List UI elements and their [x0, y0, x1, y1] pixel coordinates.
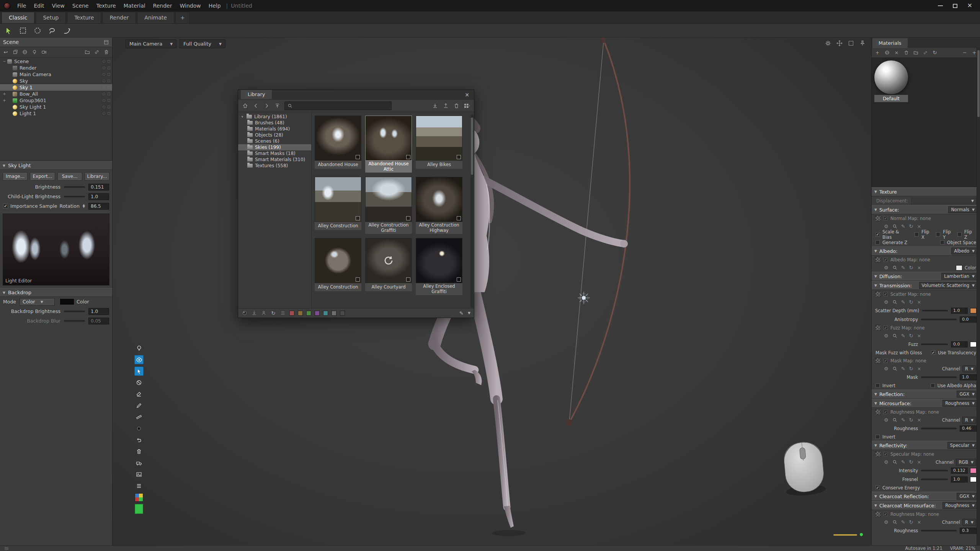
refresh-icon[interactable]: ↻ [270, 310, 276, 316]
minimize-button[interactable] [938, 5, 943, 6]
search-input[interactable] [284, 101, 392, 110]
row-lock-icon[interactable] [108, 99, 110, 102]
backdrop-color-swatch[interactable] [60, 299, 74, 305]
menu-edit[interactable]: Edit [30, 2, 48, 10]
material-name-label[interactable]: Default [874, 95, 908, 102]
marquee-ellipse-tool-icon[interactable] [33, 26, 42, 35]
trash-icon[interactable] [103, 49, 109, 55]
clear-icon[interactable]: × [917, 299, 921, 305]
row-lock-icon[interactable] [108, 112, 110, 115]
tree-row-bow-all[interactable]: + Bow_All [0, 91, 112, 97]
menu-material[interactable]: Material [120, 2, 149, 10]
material-preview-sphere[interactable] [874, 60, 908, 94]
row-lock-icon[interactable] [108, 86, 110, 89]
library-scrollbar[interactable] [470, 114, 474, 308]
search-icon[interactable] [892, 520, 897, 525]
refresh-icon[interactable]: ↻ [909, 519, 913, 525]
flip-y-checkbox[interactable] [936, 232, 940, 236]
tag-swatch-gray[interactable] [332, 311, 336, 316]
thumbnail-checkbox[interactable] [457, 155, 461, 159]
conserve-energy-checkbox[interactable]: ✓ [875, 486, 880, 490]
row-visibility-icon[interactable] [103, 112, 105, 115]
thumbnail-checkbox[interactable] [457, 277, 461, 282]
gear-icon[interactable]: ⚙ [884, 519, 889, 525]
material-library-area[interactable]: Default [872, 58, 980, 187]
roughness-slider[interactable] [921, 428, 957, 429]
map-enabled-checkbox[interactable]: ✓ [884, 359, 888, 363]
row-visibility-icon[interactable] [103, 86, 105, 89]
scatter-color-swatch[interactable] [970, 308, 977, 313]
folder-icon[interactable] [913, 50, 919, 56]
folder-row-skies[interactable]: Skies (199) [238, 144, 311, 150]
eraser-icon[interactable] [134, 390, 144, 399]
brightness-value[interactable]: 0.151 [88, 184, 109, 191]
maximize-viewport-icon[interactable] [848, 40, 854, 47]
menu-view[interactable]: View [48, 2, 69, 10]
refresh-icon[interactable]: ↻ [909, 265, 913, 271]
albedo-mode-dropdown[interactable]: Albedo▼ [951, 248, 977, 254]
refresh-icon[interactable]: ↻ [909, 417, 913, 423]
diffusion-mode-dropdown[interactable]: Lambertian▼ [941, 273, 977, 280]
backdrop-brightness-slider[interactable] [64, 311, 85, 312]
view-options-icon[interactable] [464, 102, 470, 109]
list-view-icon[interactable] [280, 310, 286, 316]
channel-dropdown[interactable]: RGB▼ [956, 459, 976, 466]
tree-row-sky1[interactable]: Sky 1 [0, 84, 112, 91]
materials-scrollbar[interactable] [977, 48, 980, 545]
normal-map-row[interactable]: ✓ Normal Map: none [872, 214, 980, 222]
folder-row-scenes[interactable]: Scenes (6) [238, 138, 311, 144]
row-visibility-icon[interactable] [103, 60, 105, 63]
map-thumbnail[interactable] [875, 325, 881, 331]
flip-x-checkbox[interactable] [915, 232, 919, 236]
map-enabled-checkbox[interactable]: ✓ [884, 292, 888, 296]
row-visibility-icon[interactable] [103, 80, 105, 82]
flip-z-checkbox[interactable] [957, 232, 962, 236]
back-icon[interactable] [252, 102, 259, 109]
surface-mode-dropdown[interactable]: Normals▼ [948, 206, 977, 213]
channel-dropdown[interactable]: R▼ [962, 417, 976, 424]
move-icon[interactable] [836, 40, 843, 47]
brush-icon[interactable]: ✎ [901, 333, 905, 339]
cursor-icon[interactable] [134, 367, 144, 376]
thumbnail-checkbox[interactable] [406, 277, 410, 282]
refresh-icon[interactable]: ↻ [909, 223, 913, 229]
map-thumbnail[interactable] [875, 451, 881, 457]
viewport-scrollbar[interactable] [833, 534, 857, 536]
menu-file[interactable]: File [13, 2, 30, 10]
add-sphere-icon[interactable] [22, 49, 28, 55]
refresh-icon[interactable]: ↻ [909, 299, 913, 305]
use-translucency-checkbox[interactable]: ✓ [931, 350, 935, 355]
specular-map-row[interactable]: ✓ Specular Map: none [872, 450, 980, 458]
tree-row-light1[interactable]: Light 1 [0, 110, 112, 117]
menu-render[interactable]: Render [149, 2, 176, 10]
folder-row-smart-materials[interactable]: Smart Materials (310) [238, 156, 311, 163]
fuzz-map-row[interactable]: ✓ Fuzz Map: none [872, 324, 980, 332]
clearcoat-reflection-dropdown[interactable]: GGX▼ [957, 493, 977, 500]
fresnel-color-swatch[interactable] [970, 477, 977, 482]
importance-sample-checkbox[interactable]: ✓ [3, 204, 8, 209]
thumbnail-alley-courtyard[interactable]: Alley Courtyard [365, 238, 412, 295]
add-material-icon[interactable]: + [874, 50, 880, 56]
albedo-color-swatch[interactable] [956, 265, 962, 271]
tree-row-group3601[interactable]: + Group3601 [0, 97, 112, 104]
thumbnail-alley-enclosed-graffiti[interactable]: Alley Enclosed Graffiti [416, 238, 462, 295]
roughness-map-row[interactable]: ✓ Roughness Map: none [872, 408, 980, 416]
image-button[interactable]: Image... [3, 172, 28, 181]
tree-row-sky[interactable]: Sky [0, 78, 112, 84]
folder-row-smart-masks[interactable]: Smart Masks (18) [238, 150, 311, 156]
rotation-stepper[interactable]: ▲▼ [83, 204, 85, 208]
menu-window[interactable]: Window [176, 2, 204, 10]
gear-icon[interactable]: ⚙ [884, 459, 889, 465]
save-button[interactable]: Save... [57, 172, 82, 181]
tag-swatch-darkgray[interactable] [340, 311, 345, 316]
lightbulb-icon[interactable] [134, 344, 144, 353]
no-entry-icon[interactable] [134, 378, 144, 387]
brush-icon[interactable]: ✎ [901, 223, 905, 229]
search-icon[interactable] [892, 300, 897, 305]
specular-color-swatch[interactable] [970, 468, 977, 473]
folder-row-objects[interactable]: Objects (28) [238, 132, 311, 138]
map-thumbnail[interactable] [875, 257, 881, 262]
row-lock-icon[interactable] [108, 106, 110, 108]
quality-dropdown[interactable]: Full Quality▼ [180, 39, 225, 48]
tag-swatch-purple[interactable] [315, 311, 320, 316]
